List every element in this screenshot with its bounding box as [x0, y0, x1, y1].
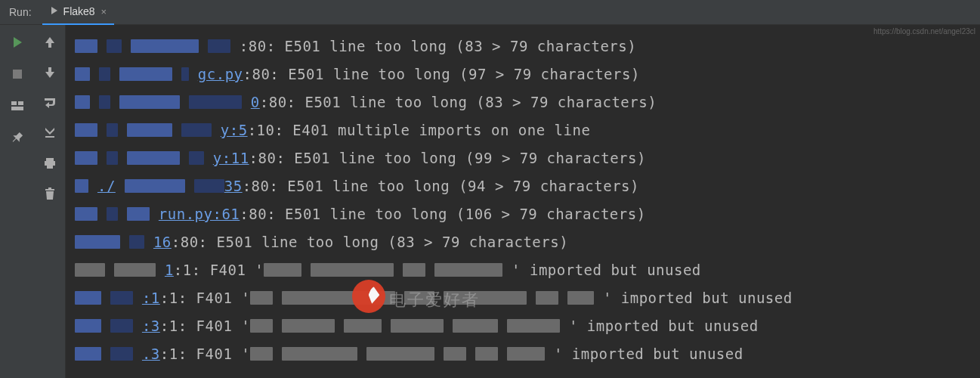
svg-rect-3 [11, 107, 23, 110]
file-link[interactable]: :3 [142, 318, 160, 334]
lint-message: F401 ' [187, 290, 251, 306]
lint-message: E401 multiple imports on one line [283, 122, 590, 138]
lint-message: ' imported but unused [512, 262, 701, 278]
file-link[interactable]: gc.py [198, 66, 243, 82]
file-link[interactable]: ./ [97, 178, 116, 194]
lint-message: E501 line too long (83 > 79 characters) [208, 234, 569, 250]
pin-icon[interactable] [11, 131, 24, 144]
file-link[interactable]: :1 [142, 290, 160, 306]
svg-rect-1 [11, 101, 17, 105]
line-col: :1: [174, 262, 201, 278]
file-link[interactable]: y:5 [221, 122, 248, 138]
line-col: :80: [172, 234, 208, 250]
watermark-text: 电子爱好者 [389, 289, 480, 311]
run-tool-header: Run: Flake8 × [0, 0, 980, 25]
lint-message: F401 ' [201, 262, 264, 278]
file-link[interactable]: .3 [142, 345, 160, 362]
watermark-url: https://blog.csdn.net/angel23cl [873, 27, 975, 36]
line-col: :80: [260, 94, 296, 110]
line-col: :80: [240, 38, 276, 54]
console-output[interactable]: :80: E501 line too long (83 > 79 charact… [66, 25, 980, 378]
console-line: y:11:80: E501 line too long (99 > 79 cha… [75, 144, 971, 172]
console-line: ./ 35:80: E501 line too long (94 > 79 ch… [75, 172, 971, 200]
line-col: :80: [243, 178, 279, 194]
tab-flake8[interactable]: Flake8 × [42, 0, 115, 25]
svg-rect-2 [18, 101, 23, 105]
line-col: :80: [243, 66, 280, 82]
console-line: .3:1: F401 ' ' imported but unused [75, 340, 971, 368]
svg-rect-7 [47, 165, 53, 169]
layout-icon[interactable] [11, 99, 24, 113]
softwrap-icon[interactable] [43, 96, 57, 110]
console-line: :80: E501 line too long (83 > 79 charact… [75, 33, 971, 60]
lint-message: F401 ' [187, 345, 251, 362]
svg-rect-8 [45, 189, 54, 191]
close-icon[interactable]: × [101, 6, 107, 17]
trash-icon[interactable] [43, 187, 57, 200]
console-line: :1:1: F401 ' ' imported but unused [75, 284, 971, 312]
file-link[interactable]: 16 [153, 234, 172, 250]
run-tool-body: :80: E501 line too long (83 > 79 charact… [0, 25, 980, 378]
line-col: :1: [160, 318, 187, 334]
lint-message: E501 line too long (106 > 79 characters) [276, 206, 646, 222]
file-link[interactable]: 0 [251, 94, 260, 110]
console-line: 0:80: E501 line too long (83 > 79 charac… [75, 88, 971, 116]
lint-message: F401 ' [187, 318, 251, 334]
file-link[interactable]: 35 [224, 178, 243, 194]
svg-rect-4 [45, 136, 54, 138]
stop-icon[interactable] [11, 67, 24, 81]
lint-message: E501 line too long (97 > 79 characters) [279, 66, 640, 82]
console-line: :3:1: F401 ' ' imported but unused [75, 312, 971, 340]
secondary-toolbar [34, 25, 66, 378]
console-line: gc.py:80: E501 line too long (97 > 79 ch… [75, 60, 971, 88]
lint-message: ' imported but unused [569, 318, 759, 334]
tab-label: Flake8 [63, 5, 95, 17]
print-icon[interactable] [43, 156, 57, 170]
scroll-to-end-icon[interactable] [43, 126, 57, 140]
svg-rect-9 [48, 187, 51, 189]
lint-message: ' imported but unused [603, 290, 793, 306]
svg-rect-5 [46, 158, 54, 161]
line-col: :80: [249, 150, 286, 166]
line-col: :1: [160, 290, 187, 306]
up-arrow-icon[interactable] [43, 36, 57, 49]
line-col: :1: [160, 345, 187, 362]
play-icon [50, 5, 59, 17]
console-line: 16:80: E501 line too long (83 > 79 chara… [75, 228, 971, 256]
console-line: run.py:61:80: E501 line too long (106 > … [75, 200, 971, 228]
lint-message: E501 line too long (99 > 79 characters) [285, 150, 646, 166]
svg-rect-0 [13, 70, 22, 79]
console-line: y:5:10: E401 multiple imports on one lin… [75, 116, 971, 144]
lint-message: E501 line too long (94 > 79 characters) [278, 178, 639, 194]
line-col: :80: [240, 206, 276, 222]
lint-message: E501 line too long (83 > 79 characters) [296, 94, 657, 110]
primary-toolbar [0, 25, 34, 378]
file-link[interactable]: 1 [165, 262, 174, 278]
run-label: Run: [9, 6, 32, 18]
file-link[interactable]: y:11 [213, 150, 249, 166]
watermark-logo [352, 280, 385, 313]
line-col: :10: [248, 122, 284, 138]
console-line: 1:1: F401 ' ' imported but unused [75, 256, 971, 284]
file-link[interactable]: run.py:61 [159, 206, 240, 222]
lint-message: ' imported but unused [554, 345, 744, 362]
down-arrow-icon[interactable] [43, 66, 57, 79]
rerun-icon[interactable] [11, 36, 24, 49]
lint-message: E501 line too long (83 > 79 characters) [276, 38, 637, 54]
